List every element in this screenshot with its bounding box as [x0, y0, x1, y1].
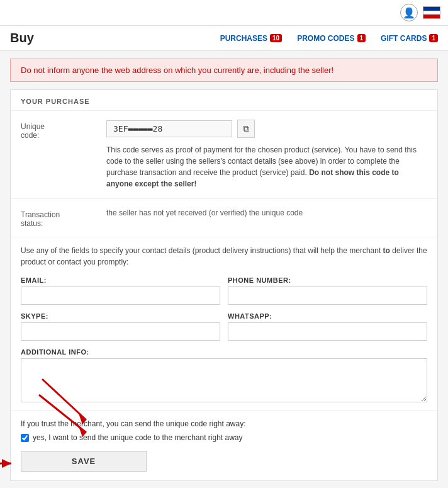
promo-codes-link[interactable]: PROMO CODES 1 — [297, 34, 366, 43]
checkbox-label[interactable]: yes, I want to send the unique code to t… — [33, 433, 243, 442]
section-title: YOUR PURCHASE — [11, 90, 437, 111]
alert-message: Do not inform anyone the web address on … — [21, 65, 333, 75]
gift-cards-link[interactable]: GIFT CARDS 1 — [381, 34, 438, 43]
code-warning: Do not show this code to anyone except t… — [106, 168, 399, 188]
save-btn-wrapper: SAVE — [21, 451, 147, 472]
whatsapp-group: WHATSAPP: — [228, 312, 427, 341]
unique-code-label: Uniquecode: — [21, 120, 96, 140]
send-section: If you trust the merchant, you can send … — [11, 411, 437, 480]
save-button[interactable]: SAVE — [21, 451, 147, 472]
purchases-link[interactable]: PURCHASES 10 — [220, 34, 282, 43]
purchases-label: PURCHASES — [220, 34, 267, 43]
additional-info-input[interactable] — [21, 358, 427, 402]
svg-marker-5 — [2, 459, 11, 468]
email-label: EMAIL: — [21, 276, 220, 284]
contact-section: Use any of the fields to specify your co… — [11, 237, 437, 411]
gift-cards-label: GIFT CARDS — [381, 34, 427, 43]
skype-label: SKYPE: — [21, 312, 220, 320]
additional-info-group: ADDITIONAL INFO: — [21, 348, 427, 402]
unique-code-content: 3EF▬▬▬▬▬28 ⧉ This code serves as proof o… — [106, 120, 427, 190]
contact-fields-grid: EMAIL: PHONE NUMBER: SKYPE: WHATSAPP: AD… — [21, 276, 427, 402]
save-arrow-decoration — [0, 448, 21, 479]
contact-description: Use any of the fields to specify your co… — [21, 245, 427, 268]
save-button-label: SAVE — [72, 457, 96, 466]
phone-label: PHONE NUMBER: — [228, 276, 427, 284]
user-icon[interactable]: 👤 — [400, 4, 418, 21]
code-display: 3EF▬▬▬▬▬28 — [106, 120, 232, 137]
additional-info-label: ADDITIONAL INFO: — [21, 348, 427, 356]
main-card: YOUR PURCHASE Uniquecode: 3EF▬▬▬▬▬28 ⧉ T… — [10, 89, 438, 481]
transaction-status-row: Transactionstatus: the seller has not ye… — [11, 199, 437, 237]
page-title: Buy — [10, 31, 34, 45]
alert-banner: Do not inform anyone the web address on … — [10, 59, 438, 82]
checkbox-row: yes, I want to send the unique code to t… — [21, 433, 427, 442]
promo-codes-label: PROMO CODES — [297, 34, 354, 43]
copy-button[interactable]: ⧉ — [237, 120, 255, 138]
transaction-status-content: the seller has not yet received (or veri… — [106, 208, 427, 217]
nav-bar: Buy PURCHASES 10 PROMO CODES 1 GIFT CARD… — [0, 26, 448, 51]
transaction-status-value: the seller has not yet received (or veri… — [106, 208, 303, 217]
send-text: If you trust the merchant, you can send … — [21, 419, 427, 428]
whatsapp-label: WHATSAPP: — [228, 312, 427, 320]
purchases-badge: 10 — [270, 34, 282, 42]
top-bar: 👤 — [0, 0, 448, 26]
flag-icon[interactable] — [423, 6, 440, 19]
transaction-status-label: Transactionstatus: — [21, 208, 96, 228]
top-bar-icons: 👤 — [400, 4, 440, 21]
email-group: EMAIL: — [21, 276, 220, 305]
promo-codes-badge: 1 — [357, 34, 366, 42]
skype-input[interactable] — [21, 322, 220, 341]
skype-group: SKYPE: — [21, 312, 220, 341]
whatsapp-input[interactable] — [228, 322, 427, 341]
phone-group: PHONE NUMBER: — [228, 276, 427, 305]
unique-code-row: Uniquecode: 3EF▬▬▬▬▬28 ⧉ This code serve… — [11, 111, 437, 199]
code-description: This code serves as proof of payment for… — [106, 144, 427, 190]
gift-cards-badge: 1 — [429, 34, 438, 42]
email-input[interactable] — [21, 287, 220, 305]
phone-input[interactable] — [228, 287, 427, 305]
send-checkbox[interactable] — [21, 434, 29, 442]
code-display-row: 3EF▬▬▬▬▬28 ⧉ — [106, 120, 427, 138]
